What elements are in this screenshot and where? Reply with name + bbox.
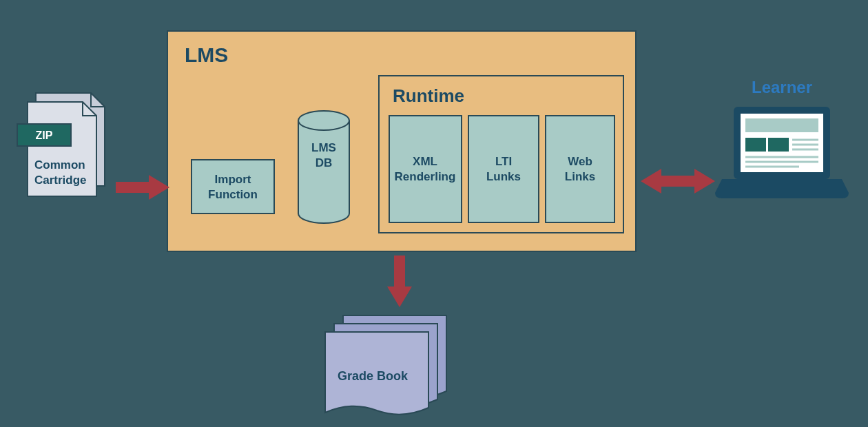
svg-rect-1 (468, 116, 539, 222)
svg-rect-14 (660, 176, 696, 187)
import-function-box: Import Function (192, 160, 274, 214)
lti-lunks-box: LTI Lunks (468, 116, 539, 222)
db-line1: LMS (311, 141, 336, 154)
grade-book: Grade Book (325, 315, 446, 415)
lms-db: LMS DB (298, 111, 349, 223)
db-line2: DB (316, 156, 333, 169)
architecture-diagram: LMS Runtime XML Renderling LTI Lunks Web… (0, 0, 868, 427)
web-links-box: Web Links (546, 116, 614, 222)
svg-rect-19 (768, 138, 789, 152)
runtime-title: Runtime (393, 85, 464, 106)
svg-rect-8 (192, 160, 274, 214)
xml-line1: XML (413, 155, 437, 168)
svg-rect-2 (546, 116, 614, 222)
web-line1: Web (568, 155, 592, 168)
common-cartridge: ZIP Common Cartridge (17, 93, 105, 196)
cartridge-line2: Cartridge (34, 174, 87, 187)
learner-title: Learner (752, 78, 812, 96)
svg-rect-11 (394, 256, 405, 287)
cartridge-line1: Common (34, 158, 85, 171)
import-line2: Function (208, 188, 258, 201)
lms-title: LMS (185, 43, 228, 66)
svg-rect-17 (745, 118, 818, 132)
lti-line2: Lunks (486, 170, 521, 183)
svg-rect-18 (745, 138, 766, 152)
xml-line2: Renderling (395, 170, 456, 183)
svg-point-7 (298, 111, 349, 130)
svg-rect-9 (116, 182, 149, 193)
grade-book-title: Grade Book (338, 369, 409, 383)
web-line2: Links (565, 170, 595, 183)
svg-rect-0 (389, 116, 462, 222)
lti-line1: LTI (495, 155, 512, 168)
import-line1: Import (215, 173, 251, 186)
zip-badge-text: ZIP (36, 129, 53, 141)
xml-rendering-box: XML Renderling (389, 116, 462, 222)
